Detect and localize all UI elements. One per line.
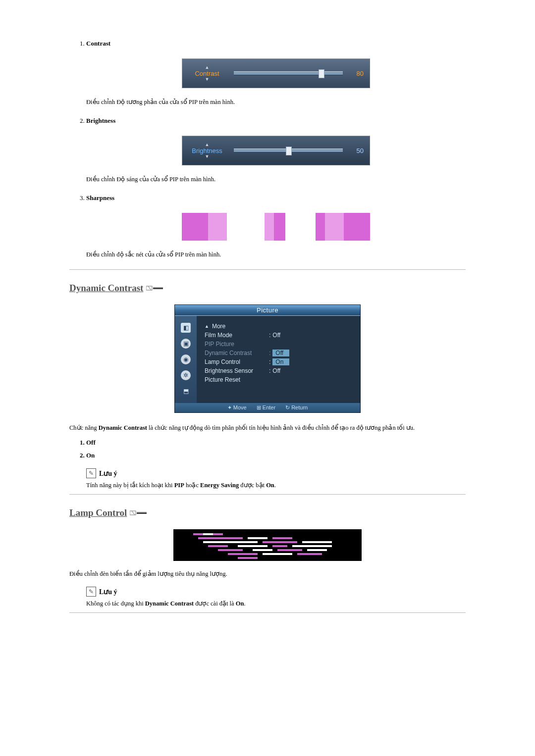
note-heading: ✎ Lưu ý bbox=[86, 468, 466, 478]
sidebar-icon-picture[interactable]: ▣ bbox=[181, 339, 191, 349]
contrast-value: 80 bbox=[350, 70, 364, 77]
brightness-thumb[interactable] bbox=[286, 147, 292, 155]
osd-row-lamp[interactable]: Lamp Control :On bbox=[205, 357, 352, 366]
osd-wrap: Picture ◧ ▣ ◉ ✲ ⬒ ▲ More Film Mode bbox=[69, 304, 466, 413]
option-on: On bbox=[86, 452, 466, 459]
film-mode-value: Off bbox=[272, 332, 280, 339]
lamp-image-wrap bbox=[69, 529, 466, 561]
brightness-slider-panel[interactable]: ▲ Brightness ▼ 50 bbox=[182, 136, 370, 165]
pip-picture-label: PIP Picture bbox=[205, 341, 269, 348]
item-sharpness: Sharpness Điều chỉnh độ sắc nét của cửa … bbox=[86, 194, 466, 258]
item-brightness-title: Brightness bbox=[86, 117, 115, 124]
item-brightness: Brightness ▲ Brightness ▼ 50 Điều chỉnh … bbox=[86, 117, 466, 183]
dynamic-contrast-heading: Dynamic Contrast bbox=[69, 283, 143, 294]
note-body-lamp: Không có tác dụng khi Dynamic Contrast đ… bbox=[86, 600, 466, 607]
contrast-thumb[interactable] bbox=[319, 69, 324, 78]
divider bbox=[69, 494, 466, 495]
settings-list: Contrast ▲ Contrast ▼ 80 Điều chỉnh Độ t… bbox=[69, 40, 466, 258]
osd-sidebar: ◧ ▣ ◉ ✲ ⬒ bbox=[175, 316, 197, 403]
dyn-contrast-body: Chức năng Dynamic Contrast là chức năng … bbox=[69, 424, 466, 432]
divider bbox=[69, 269, 466, 270]
footer-enter: ⊞ Enter bbox=[257, 404, 275, 411]
contrast-track[interactable] bbox=[234, 71, 343, 75]
svg-line-5 bbox=[132, 511, 135, 515]
lamp-desc: Điều chỉnh đèn biến tần để giảm lượng ti… bbox=[69, 570, 466, 578]
footer-move: ✦ Move bbox=[227, 404, 247, 411]
item-sharpness-title: Sharpness bbox=[86, 194, 114, 202]
contrast-slider-wrap: ▲ Contrast ▼ 80 bbox=[86, 58, 466, 88]
osd-row-bsensor[interactable]: Brightness Sensor :Off bbox=[205, 366, 352, 375]
tag-icon bbox=[146, 285, 163, 294]
osd-row-dyncontrast[interactable]: Dynamic Contrast :Off bbox=[205, 349, 352, 357]
footer-return: ↻ Return bbox=[285, 404, 308, 411]
svg-rect-4 bbox=[130, 511, 136, 515]
chevron-down-icon[interactable]: ▼ bbox=[205, 77, 210, 82]
note-icon: ✎ bbox=[86, 587, 96, 597]
svg-rect-7 bbox=[137, 512, 147, 513]
brightness-slider-wrap: ▲ Brightness ▼ 50 bbox=[86, 136, 466, 165]
osd-row-pip: PIP Picture bbox=[205, 340, 352, 349]
sidebar-icon-sound[interactable]: ◉ bbox=[181, 354, 191, 364]
osd-menu[interactable]: Picture ◧ ▣ ◉ ✲ ⬒ ▲ More Film Mode bbox=[174, 304, 361, 413]
lamp-control-label: Lamp Control bbox=[205, 358, 269, 365]
chevron-up-icon: ▲ bbox=[205, 324, 209, 329]
dyn-contrast-on: On bbox=[272, 358, 289, 365]
dyn-options: Off On bbox=[69, 439, 466, 459]
page: Contrast ▲ Contrast ▼ 80 Điều chỉnh Độ t… bbox=[0, 0, 535, 655]
chevron-down-icon[interactable]: ▼ bbox=[205, 154, 210, 159]
osd-row-more[interactable]: ▲ More bbox=[205, 322, 352, 331]
contrast-spinner[interactable]: ▲ Contrast ▼ bbox=[188, 65, 226, 82]
divider bbox=[69, 612, 466, 613]
sharpness-image bbox=[182, 213, 370, 241]
brightness-desc: Điều chỉnh Độ sáng của cửa sổ PIP trên m… bbox=[86, 175, 466, 183]
osd-title: Picture bbox=[175, 305, 360, 316]
osd-footer: ✦ Move ⊞ Enter ↻ Return bbox=[175, 403, 360, 412]
brightness-spinner[interactable]: ▲ Brightness ▼ bbox=[188, 143, 226, 159]
item-contrast-title: Contrast bbox=[86, 40, 110, 47]
osd-row-reset[interactable]: Picture Reset bbox=[205, 375, 352, 384]
sharpness-desc: Điều chỉnh độ sắc nét của cửa sổ PIP trê… bbox=[86, 251, 466, 258]
brightness-label: Brightness bbox=[192, 147, 222, 154]
bright-sensor-label: Brightness Sensor bbox=[205, 367, 269, 374]
contrast-label: Contrast bbox=[195, 70, 219, 77]
osd-more-label: More bbox=[212, 323, 225, 330]
dyn-contrast-label: Dynamic Contrast bbox=[205, 350, 269, 356]
osd-main: ▲ More Film Mode :Off PIP Picture Dynami… bbox=[197, 316, 360, 403]
contrast-desc: Điều chỉnh Độ tương phản của cửa sổ PIP … bbox=[86, 98, 466, 106]
osd-row-filmmode[interactable]: Film Mode :Off bbox=[205, 331, 352, 340]
note-body-dc: Tính năng này bị tắt kích hoạt khi PIP h… bbox=[86, 481, 466, 489]
chevron-up-icon[interactable]: ▲ bbox=[205, 65, 210, 70]
svg-line-1 bbox=[148, 286, 151, 290]
chevron-up-icon[interactable]: ▲ bbox=[205, 143, 210, 147]
item-contrast: Contrast ▲ Contrast ▼ 80 Điều chỉnh Độ t… bbox=[86, 40, 466, 106]
note-label-lamp: Lưu ý bbox=[99, 588, 117, 596]
note-icon: ✎ bbox=[86, 468, 96, 478]
note-label: Lưu ý bbox=[99, 469, 117, 478]
brightness-value: 50 bbox=[350, 147, 364, 154]
lamp-image bbox=[173, 529, 362, 561]
brightness-track[interactable] bbox=[234, 149, 343, 152]
contrast-slider-panel[interactable]: ▲ Contrast ▼ 80 bbox=[182, 58, 370, 88]
svg-rect-0 bbox=[146, 286, 152, 290]
bright-sensor-value: Off bbox=[272, 367, 280, 374]
picture-reset-label: Picture Reset bbox=[205, 376, 269, 383]
sharpness-image-wrap bbox=[86, 213, 466, 241]
film-mode-label: Film Mode bbox=[205, 332, 269, 339]
note-heading-lamp: ✎ Lưu ý bbox=[86, 587, 466, 597]
sidebar-icon-multi[interactable]: ⬒ bbox=[181, 386, 191, 396]
lamp-control-heading: Lamp Control bbox=[69, 507, 127, 518]
option-off: Off bbox=[86, 439, 466, 447]
sidebar-icon-setup[interactable]: ✲ bbox=[181, 370, 191, 380]
sidebar-icon-input[interactable]: ◧ bbox=[181, 323, 191, 333]
svg-rect-3 bbox=[153, 287, 163, 288]
dyn-contrast-off: Off bbox=[272, 350, 289, 356]
tag-icon bbox=[130, 509, 147, 518]
